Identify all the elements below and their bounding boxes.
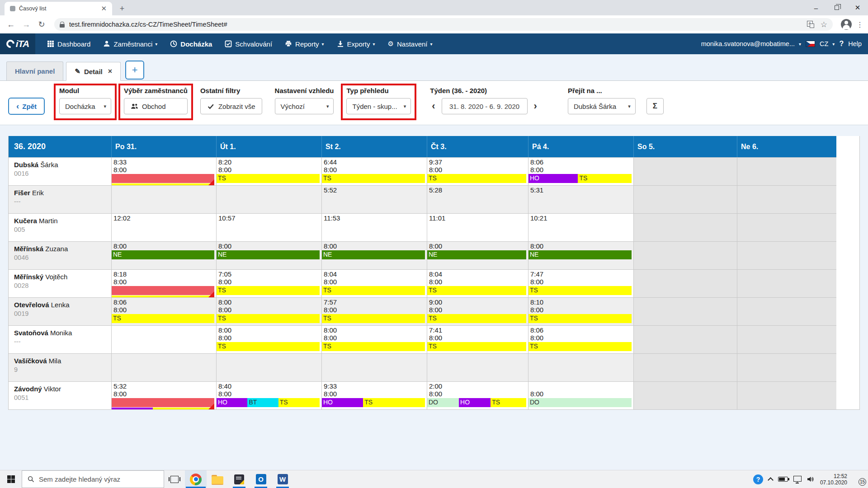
day-cell[interactable]: 7:578:00TS <box>321 297 427 325</box>
day-cell[interactable]: 7:058:00TS <box>216 269 321 297</box>
day-cell[interactable] <box>528 353 633 381</box>
day-cell[interactable]: 8:00NE <box>111 241 216 269</box>
weekend-cell-sat[interactable] <box>633 213 737 241</box>
profile-avatar[interactable] <box>841 19 852 30</box>
employee-cell[interactable]: Závodný Viktor 0051 <box>9 381 111 409</box>
bookmark-star-icon[interactable]: ☆ <box>821 20 827 29</box>
day-cell[interactable]: 8:008:00TS <box>216 297 321 325</box>
day-cell[interactable] <box>427 353 528 381</box>
weekend-cell-sat[interactable] <box>633 185 737 213</box>
modul-select[interactable]: Docházka▾ <box>59 98 111 114</box>
forward-icon[interactable]: → <box>20 18 33 31</box>
taskbar-app-notes[interactable] <box>228 470 250 488</box>
restore-button[interactable] <box>826 0 847 15</box>
other-button[interactable]: Zobrazit vše <box>200 98 262 114</box>
employee-cell[interactable]: Fišer Erik --- <box>9 185 111 213</box>
appearance-select[interactable]: Výchozí▾ <box>275 98 334 114</box>
weekend-cell-sun[interactable] <box>737 157 836 185</box>
translate-icon[interactable] <box>807 21 814 28</box>
reload-icon[interactable]: ↻ <box>35 18 48 31</box>
browser-tab[interactable]: Časový list ✕ <box>5 2 112 15</box>
day-cell[interactable]: 5:28 <box>427 185 528 213</box>
sum-button[interactable]: Σ <box>646 98 664 114</box>
employee-cell[interactable]: Otevřelová Lenka 0019 <box>9 297 111 325</box>
employee-cell[interactable]: Kučera Martin 005 <box>9 213 111 241</box>
day-cell[interactable]: 8:208:00TS <box>216 157 321 185</box>
day-cell[interactable]: 10:21 <box>528 213 633 241</box>
back-icon[interactable]: ← <box>5 18 17 31</box>
day-cell[interactable]: 7:478:00TS <box>528 269 633 297</box>
tab-detail[interactable]: ✎ Detail × <box>66 62 121 81</box>
nav-item-nastaveni[interactable]: ⚙Nastavení▾ <box>382 33 438 54</box>
day-cell[interactable]: 8:188:00TS <box>111 269 216 297</box>
weekend-cell-sat[interactable] <box>633 353 737 381</box>
user-caret-icon[interactable]: ▾ <box>799 42 801 47</box>
weekend-cell-sat[interactable] <box>633 325 737 353</box>
help-link[interactable]: Help <box>848 40 862 47</box>
weekend-cell-sat[interactable] <box>633 381 737 409</box>
employee-cell[interactable]: Měřínský Vojtěch 0028 <box>9 269 111 297</box>
employee-cell[interactable]: Svatoňová Monika --- <box>9 325 111 353</box>
start-button[interactable] <box>0 470 22 488</box>
day-cell[interactable]: 8:00DO <box>528 381 633 409</box>
day-cell[interactable]: 8:068:00HOTS <box>528 157 633 185</box>
back-button[interactable]: ‹ Zpět <box>8 98 45 115</box>
day-cell[interactable]: 9:338:00HOTS <box>321 381 427 409</box>
nav-item-exporty[interactable]: Exporty▾ <box>331 33 381 54</box>
day-cell[interactable]: 8:008:00TS <box>216 325 321 353</box>
day-cell[interactable] <box>216 353 321 381</box>
day-cell[interactable]: 12:02 <box>111 213 216 241</box>
day-cell[interactable]: 7:418:00TS <box>427 325 528 353</box>
address-bar[interactable]: test.firemnidochazka.cz/cs-CZ/TimeSheet/… <box>54 18 833 31</box>
day-cell[interactable]: 8:048:00TS <box>427 269 528 297</box>
day-cell[interactable]: 9:378:00TS <box>427 157 528 185</box>
day-cell[interactable] <box>111 353 216 381</box>
day-cell[interactable]: 5:328:00HOTS <box>111 381 216 409</box>
weekend-cell-sun[interactable] <box>737 297 836 325</box>
viewtype-select[interactable]: Týden - skup...▾ <box>346 98 411 114</box>
day-cell[interactable] <box>111 325 216 353</box>
taskbar-app-chrome[interactable] <box>185 470 207 488</box>
day-cell[interactable]: 9:008:00TS <box>427 297 528 325</box>
weekend-cell-sun[interactable] <box>737 353 836 381</box>
weekend-cell-sun[interactable] <box>737 185 836 213</box>
day-cell[interactable]: 11:01 <box>427 213 528 241</box>
app-logo[interactable]: iTA <box>0 33 35 54</box>
employees-button[interactable]: Obchod <box>124 98 188 114</box>
day-cell[interactable]: 10:57 <box>216 213 321 241</box>
day-cell[interactable]: 8:00NE <box>528 241 633 269</box>
nav-item-zamestnanci[interactable]: Zaměstnanci▾ <box>98 33 163 54</box>
taskbar-app-explorer[interactable] <box>207 470 228 488</box>
user-menu[interactable]: monika.svatonova@mobatime... <box>701 40 795 47</box>
day-cell[interactable]: 8:048:00TS <box>321 269 427 297</box>
taskbar-search[interactable]: Sem zadejte hledaný výraz <box>22 470 164 488</box>
goto-select[interactable]: Dubská Šárka▾ <box>568 98 636 114</box>
week-range-input[interactable]: 31. 8. 2020 - 6. 9. 2020 <box>442 98 528 114</box>
new-tab-button[interactable]: + <box>116 2 128 15</box>
nav-item-reporty[interactable]: Reporty▾ <box>279 33 330 54</box>
employee-cell[interactable]: Měřínská Zuzana 0046 <box>9 241 111 269</box>
action-center-icon[interactable]: 15 <box>853 475 863 484</box>
weekend-cell-sun[interactable] <box>737 241 836 269</box>
tab-detail-close-icon[interactable]: × <box>108 67 112 75</box>
browser-menu-icon[interactable]: ⋮ <box>856 20 863 29</box>
day-cell[interactable]: 8:00NE <box>427 241 528 269</box>
language-selector[interactable]: CZ <box>820 40 828 47</box>
battery-icon[interactable] <box>778 477 788 482</box>
day-cell[interactable]: 8:068:00TS <box>528 325 633 353</box>
day-cell[interactable]: 2:008:00DOHOTS <box>427 381 528 409</box>
weekend-cell-sat[interactable] <box>633 241 737 269</box>
weekend-cell-sun[interactable] <box>737 213 836 241</box>
weekend-cell-sat[interactable] <box>633 157 737 185</box>
day-cell[interactable]: 8:00NE <box>321 241 427 269</box>
day-cell[interactable]: 5:52 <box>321 185 427 213</box>
weekend-cell-sun[interactable] <box>737 269 836 297</box>
task-view-button[interactable] <box>164 470 185 488</box>
week-prev-icon[interactable]: ‹ <box>430 100 437 112</box>
nav-item-dashboard[interactable]: Dashboard <box>42 33 96 54</box>
taskbar-app-word[interactable]: W <box>272 470 293 488</box>
add-tab-button[interactable]: + <box>125 61 144 80</box>
taskbar-app-outlook[interactable]: O <box>250 470 272 488</box>
volume-icon[interactable] <box>807 476 815 483</box>
day-cell[interactable] <box>321 353 427 381</box>
